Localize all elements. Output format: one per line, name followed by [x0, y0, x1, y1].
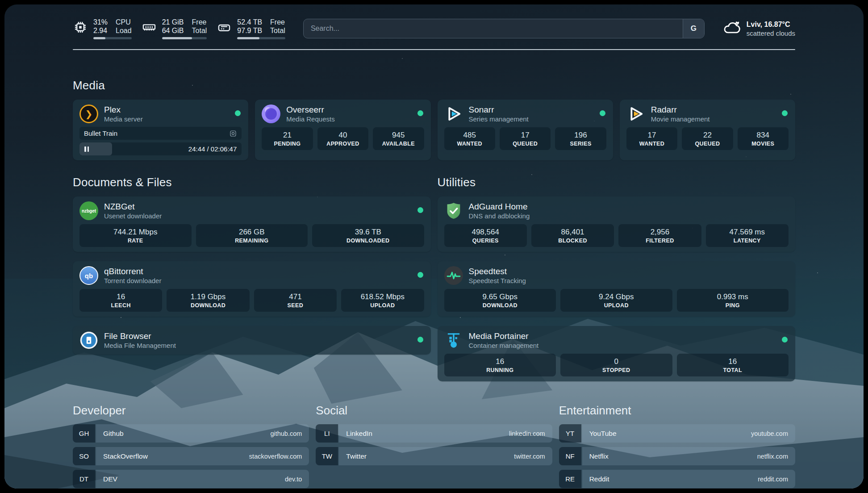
- stat-stopped: 0 STOPPED: [560, 354, 672, 376]
- now-playing-row: Bullet Train: [79, 127, 242, 140]
- service-card-speedtest[interactable]: Speedtest Speedtest Tracking 9.65 Gbps D…: [438, 261, 796, 317]
- stat-wanted: 17 WANTED: [626, 127, 677, 150]
- search-bar: G: [303, 19, 705, 38]
- bookmark-abbr: NF: [559, 447, 581, 465]
- bookmark-linkedin[interactable]: LI LinkedIn linkedin.com: [316, 424, 552, 443]
- section-title-media: Media: [73, 79, 795, 92]
- stat-approved: 40 APPROVED: [317, 127, 368, 150]
- memory-progress-bar: [162, 37, 207, 39]
- bookmark-netflix[interactable]: NF Netflix netflix.com: [559, 447, 795, 465]
- disk-total-label: Total: [270, 26, 285, 35]
- sonarr-icon: [444, 104, 463, 123]
- service-stats: 17 WANTED 22 QUEUED 834 MOVIES: [626, 127, 789, 150]
- disk-progress-bar: [237, 37, 285, 39]
- stat-remaining: 266 GB REMAINING: [196, 224, 308, 247]
- service-name: NZBGet: [104, 201, 162, 212]
- cpu-icon: [73, 20, 88, 35]
- disk-free-value: 52.4 TB: [237, 18, 262, 26]
- disk-total-value: 97.9 TB: [237, 26, 262, 35]
- service-stats: 16 RUNNING 0 STOPPED 16 TOTAL: [444, 354, 789, 376]
- service-stats: 9.65 Gbps DOWNLOAD 9.24 Gbps UPLOAD 0.99…: [444, 289, 789, 312]
- bookmark-group-social: Social LI LinkedIn linkedin.com TW Twitt…: [316, 404, 552, 488]
- status-dot: [782, 110, 788, 116]
- qbittorrent-icon: qb: [79, 266, 98, 285]
- stat-upload: 9.24 Gbps UPLOAD: [560, 289, 672, 312]
- service-description: Media File Management: [104, 341, 176, 350]
- status-dot: [235, 110, 241, 116]
- bookmark-group-title: Social: [316, 404, 552, 418]
- bookmark-youtube[interactable]: YT YouTube youtube.com: [559, 424, 795, 443]
- service-card-plex[interactable]: ❯ Plex Media server Bullet Train: [73, 100, 248, 160]
- utilities-column: Utilities: [438, 160, 796, 381]
- service-card-qbittorrent[interactable]: qb qBittorrent Torrent downloader 16 LEE…: [73, 261, 431, 317]
- stat-rate: 744.21 Mbps RATE: [79, 224, 192, 247]
- bookmark-github[interactable]: GH Github github.com: [73, 424, 309, 443]
- bookmark-name: LinkedIn: [346, 430, 372, 438]
- status-dot: [600, 110, 605, 116]
- bookmark-dev[interactable]: DT DEV dev.to: [73, 470, 309, 488]
- adguard-icon: [444, 201, 463, 220]
- stat-downloaded: 39.6 TB DOWNLOADED: [312, 224, 424, 247]
- service-card-overseerr[interactable]: Overseerr Media Requests 21 PENDING 40 A…: [255, 100, 430, 160]
- now-playing-video-icon: [229, 130, 237, 138]
- bookmark-name: DEV: [103, 475, 117, 483]
- bookmark-reddit[interactable]: RE Reddit reddit.com: [559, 470, 795, 488]
- bookmark-name: YouTube: [589, 430, 617, 438]
- cpu-usage-value: 31%: [93, 18, 108, 26]
- service-stats: 744.21 Mbps RATE 266 GB REMAINING 39.6 T…: [79, 224, 424, 247]
- bookmark-name: StackOverflow: [103, 452, 148, 460]
- service-description: Media server: [104, 115, 143, 123]
- service-card-radarr[interactable]: Radarr Movie management 17 WANTED 22 QUE…: [620, 100, 795, 160]
- playback-time: 24:44 / 02:06:47: [188, 145, 237, 153]
- stat-blocked: 86,401 BLOCKED: [531, 224, 614, 247]
- search-input[interactable]: [304, 19, 683, 38]
- service-card-adguard[interactable]: AdGuard Home DNS and adblocking 498,564 …: [438, 196, 796, 252]
- memory-icon: [142, 20, 157, 35]
- stat-movies: 834 MOVIES: [738, 127, 789, 150]
- bookmark-abbr: RE: [559, 470, 581, 488]
- playback-progress-bar[interactable]: 24:44 / 02:06:47: [79, 142, 242, 155]
- weather-widget[interactable]: Lviv, 16.87°C scattered clouds: [722, 18, 795, 39]
- weather-location-temp: Lviv, 16.87°C: [747, 20, 795, 29]
- cpu-load-label: Load: [116, 26, 132, 35]
- service-description: Torrent downloader: [104, 276, 161, 285]
- status-dot: [417, 110, 423, 116]
- section-title-documents: Documents & Files: [73, 175, 431, 189]
- service-card-sonarr[interactable]: Sonarr Series management 485 WANTED 17 Q…: [438, 100, 613, 160]
- memory-free-value: 21 GiB: [162, 18, 184, 26]
- bookmark-url: reddit.com: [758, 476, 788, 483]
- service-name: File Browser: [104, 331, 176, 341]
- service-description: Media Requests: [286, 115, 334, 123]
- status-dot: [417, 207, 423, 213]
- bookmark-group-title: Developer: [73, 404, 309, 418]
- bookmark-twitter[interactable]: TW Twitter twitter.com: [316, 447, 552, 465]
- memory-total-label: Total: [192, 26, 207, 35]
- cpu-usage-label: CPU: [116, 18, 132, 26]
- radarr-icon: [626, 104, 645, 123]
- service-name: Media Portainer: [469, 331, 539, 341]
- stat-pending: 21 PENDING: [262, 127, 313, 150]
- dashboard-screen: 31% 2.94 CPU Load: [4, 4, 864, 489]
- portainer-icon: [444, 331, 463, 350]
- header-divider: [73, 49, 795, 50]
- service-card-portainer[interactable]: Media Portainer Container management 16 …: [438, 326, 796, 381]
- service-card-nzbget[interactable]: nzbget NZBGet Usenet downloader 744.21 M…: [73, 196, 431, 252]
- plex-icon: ❯: [79, 104, 98, 123]
- search-provider-button[interactable]: G: [683, 19, 704, 38]
- bookmark-url: github.com: [270, 430, 302, 437]
- service-name: Sonarr: [469, 104, 529, 115]
- snow-particles: [4, 4, 5, 5]
- stat-queries: 498,564 QUERIES: [444, 224, 527, 247]
- stat-queued: 17 QUEUED: [500, 127, 551, 150]
- service-card-filebrowser[interactable]: File Browser Media File Management: [73, 326, 431, 355]
- bookmark-abbr: YT: [559, 424, 581, 443]
- bookmark-url: netflix.com: [757, 453, 788, 460]
- service-description: Movie management: [651, 115, 710, 123]
- bookmark-stackoverflow[interactable]: SO StackOverflow stackoverflow.com: [73, 447, 309, 465]
- bookmark-name: Netflix: [589, 452, 609, 460]
- stat-running: 16 RUNNING: [444, 354, 556, 376]
- memory-free-label: Free: [192, 18, 207, 26]
- bookmark-name: Github: [103, 430, 124, 438]
- bookmark-url: youtube.com: [751, 430, 788, 437]
- stat-seed: 471 SEED: [254, 289, 337, 312]
